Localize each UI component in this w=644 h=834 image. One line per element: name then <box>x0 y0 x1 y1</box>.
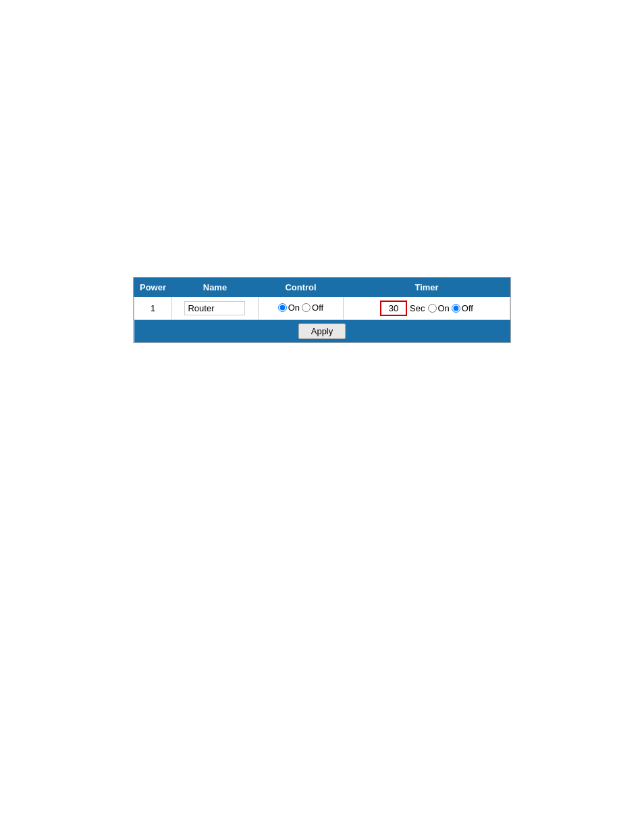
apply-row: Apply <box>134 320 510 343</box>
timer-radio-group: On Off <box>428 303 473 313</box>
timer-input[interactable] <box>380 301 407 316</box>
control-on-label[interactable]: On <box>278 303 300 313</box>
timer-on-label[interactable]: On <box>428 303 450 313</box>
control-off-label[interactable]: Off <box>302 303 323 313</box>
header-timer: Timer <box>344 278 510 297</box>
apply-button[interactable]: Apply <box>298 323 346 339</box>
header-control: Control <box>258 278 343 297</box>
power-number: 1 <box>151 303 155 313</box>
timer-off-text: Off <box>462 303 473 313</box>
apply-cell: Apply <box>134 320 510 343</box>
table-wrapper: Power Name Control Timer 1 <box>133 277 511 343</box>
name-cell <box>172 297 259 320</box>
control-radio-group: On Off <box>278 303 323 313</box>
power-control-table: Power Name Control Timer 1 <box>134 278 510 342</box>
page-container: Power Name Control Timer 1 <box>0 0 644 834</box>
timer-cell-inner: Sec On Off <box>348 301 506 316</box>
header-name: Name <box>172 278 259 297</box>
control-on-radio[interactable] <box>278 303 287 312</box>
timer-on-text: On <box>438 303 450 313</box>
control-on-text: On <box>288 303 300 313</box>
timer-off-label[interactable]: Off <box>452 303 473 313</box>
table-row: 1 On Off <box>134 297 510 320</box>
header-power: Power <box>134 278 172 297</box>
control-off-radio[interactable] <box>302 303 311 312</box>
timer-sec-label: Sec <box>410 303 425 313</box>
timer-cell: Sec On Off <box>344 297 510 320</box>
name-input[interactable] <box>184 301 245 315</box>
control-off-text: Off <box>312 303 323 313</box>
timer-on-radio[interactable] <box>428 304 437 313</box>
control-cell: On Off <box>258 297 343 320</box>
power-number-cell: 1 <box>134 297 172 320</box>
timer-off-radio[interactable] <box>452 304 460 313</box>
